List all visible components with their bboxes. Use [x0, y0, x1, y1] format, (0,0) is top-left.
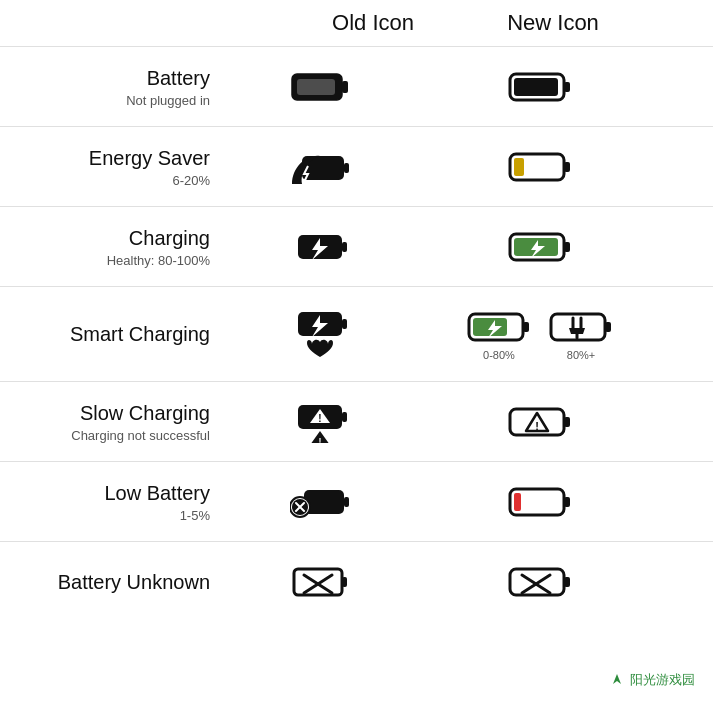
- svg-rect-27: [342, 412, 347, 422]
- low-battery-sublabel: 1-5%: [20, 508, 210, 523]
- charging-label-col: Charging Healthy: 80-100%: [0, 225, 240, 268]
- charging-sublabel: Healthy: 80-100%: [20, 253, 210, 268]
- svg-rect-19: [523, 322, 529, 332]
- battery-label-col: Battery Not plugged in: [0, 65, 240, 108]
- svg-rect-4: [564, 82, 570, 92]
- svg-rect-47: [564, 577, 570, 587]
- svg-rect-7: [344, 163, 349, 173]
- low-battery-label: Low Battery: [20, 480, 210, 506]
- energy-saver-new-icons: [400, 148, 680, 186]
- low-battery-row: Low Battery 1-5%: [0, 461, 713, 541]
- smart-charging-label-col: Smart Charging: [0, 321, 240, 347]
- energy-saver-old-icon: [240, 146, 400, 188]
- svg-text:!: !: [535, 420, 539, 432]
- battery-old-icon: [240, 68, 400, 106]
- low-battery-old-icon: [240, 481, 400, 523]
- smart-charging-new-icons: 0-80% 80%+: [400, 308, 680, 361]
- battery-unknown-label: Battery Unknown: [20, 569, 210, 595]
- charging-row: Charging Healthy: 80-100%: [0, 206, 713, 286]
- smart-charging-old-icon: [240, 308, 400, 360]
- battery-unknown-label-col: Battery Unknown: [0, 569, 240, 595]
- slow-charging-new-icons: !: [400, 403, 680, 441]
- slow-charging-sublabel: Charging not successful: [20, 428, 210, 443]
- charging-new-icons: [400, 228, 680, 266]
- battery-label: Battery: [20, 65, 210, 91]
- battery-sublabel: Not plugged in: [20, 93, 210, 108]
- watermark-icon: [609, 672, 625, 688]
- battery-unknown-new-icons: [400, 563, 680, 601]
- smart-charging-label: Smart Charging: [20, 321, 210, 347]
- slow-charging-label: Slow Charging: [20, 400, 210, 426]
- battery-new-icons: [400, 68, 680, 106]
- smart-charging-row: Smart Charging 0-80: [0, 286, 713, 381]
- smart-charging-sublabel-1: 0-80%: [483, 349, 515, 361]
- old-icon-header: Old Icon: [293, 10, 453, 36]
- watermark-text: 阳光游戏园: [630, 671, 695, 689]
- main-container: Old Icon New Icon Battery Not plugged in: [0, 0, 713, 651]
- svg-rect-17: [342, 319, 347, 329]
- svg-rect-14: [564, 242, 570, 252]
- smart-charging-sublabel-2: 80%+: [567, 349, 595, 361]
- svg-rect-12: [342, 242, 347, 252]
- energy-saver-sublabel: 6-20%: [20, 173, 210, 188]
- svg-text:!: !: [319, 436, 322, 443]
- svg-rect-9: [564, 162, 570, 172]
- slow-charging-row: Slow Charging Charging not successful ! …: [0, 381, 713, 461]
- svg-rect-41: [514, 493, 521, 511]
- energy-saver-label: Energy Saver: [20, 145, 210, 171]
- slow-charging-label-col: Slow Charging Charging not successful: [0, 400, 240, 443]
- charging-old-icon: [240, 226, 400, 268]
- battery-unknown-row: Battery Unknown: [0, 541, 713, 621]
- new-icon-header: New Icon: [453, 10, 653, 36]
- energy-saver-row: Energy Saver 6-20%: [0, 126, 713, 206]
- low-battery-label-col: Low Battery 1-5%: [0, 480, 240, 523]
- svg-rect-42: [294, 569, 342, 595]
- svg-rect-5: [514, 78, 558, 96]
- slow-charging-old-icon: ! !: [240, 401, 400, 443]
- energy-saver-label-col: Energy Saver 6-20%: [0, 145, 240, 188]
- svg-rect-31: [564, 417, 570, 427]
- svg-rect-40: [564, 497, 570, 507]
- svg-rect-43: [342, 577, 347, 587]
- svg-rect-22: [605, 322, 611, 332]
- svg-rect-2: [297, 79, 335, 95]
- battery-row: Battery Not plugged in: [0, 46, 713, 126]
- charging-label: Charging: [20, 225, 210, 251]
- svg-text:!: !: [318, 413, 321, 424]
- battery-unknown-old-icon: [240, 563, 400, 601]
- smart-charging-icon-group-1: 0-80%: [467, 308, 531, 361]
- watermark: 阳光游戏园: [609, 671, 695, 689]
- svg-rect-10: [514, 158, 524, 176]
- header-row: Old Icon New Icon: [0, 10, 713, 36]
- svg-rect-20: [473, 318, 507, 336]
- svg-rect-1: [342, 81, 348, 93]
- low-battery-new-icons: [400, 483, 680, 521]
- svg-rect-34: [344, 497, 349, 507]
- smart-charging-icon-group-2: 80%+: [549, 308, 613, 361]
